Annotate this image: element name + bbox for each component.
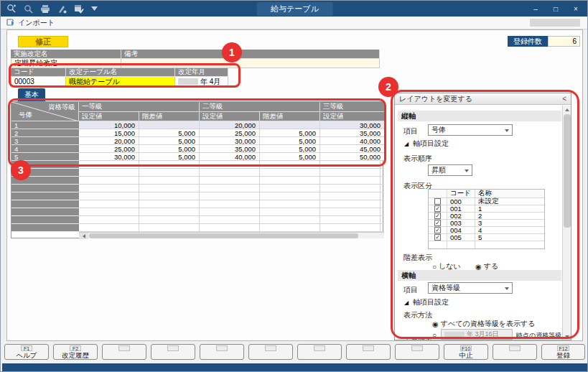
grid-cell[interactable]: 20,000 [200, 121, 260, 129]
radio-show-grades-at-date[interactable]: ○ [432, 331, 437, 339]
grid-cell[interactable]: 40,000 [320, 137, 384, 145]
print-icon[interactable] [40, 4, 50, 14]
grid-cell[interactable]: 45,000 [320, 145, 384, 153]
fkey-label: 登録 [556, 351, 570, 359]
note-cell[interactable] [121, 59, 380, 68]
title-bar: 給与テーブル – □ × [1, 1, 588, 17]
fkey-f10-cancel[interactable]: F10中止 [444, 344, 488, 360]
grid-cell[interactable]: 5,000 [260, 145, 320, 153]
row-header[interactable]: 1 [11, 121, 79, 129]
fkey-key: F12 [557, 345, 569, 351]
grid-cell[interactable]: 25,000 [79, 145, 139, 153]
fkey-key [314, 345, 325, 351]
checkbox[interactable]: ✓ [434, 227, 441, 233]
layout-panel-header: レイアウトを変更する < [395, 93, 571, 105]
row-header[interactable]: 2 [11, 129, 79, 137]
import-toolbar: インポート [1, 17, 588, 29]
import-button[interactable]: インポート [6, 18, 55, 28]
checkbox[interactable]: ✓ [434, 205, 441, 212]
pen-icon[interactable] [57, 4, 67, 14]
check-column-header [429, 190, 447, 197]
fkey-key [509, 345, 521, 351]
category-row: 000 未設定 [429, 198, 544, 205]
checkbox[interactable]: ✓ [434, 234, 441, 241]
collapse-panel-icon[interactable]: < [562, 95, 566, 103]
revision-date-cell[interactable]: 年 4月 [174, 77, 228, 87]
grid-cell[interactable]: 5,000 [139, 153, 200, 161]
grid-scrollbar-thumb[interactable] [89, 233, 358, 238]
grid-cell[interactable]: 50,000 [320, 153, 384, 161]
fkey-f2-revision-history[interactable]: F2改定履歴 [53, 344, 98, 360]
grid-cell[interactable]: 35,000 [320, 129, 384, 137]
scroll-left-button[interactable] [79, 233, 88, 239]
app-check-icon[interactable] [74, 4, 84, 14]
zoom-in-icon[interactable] [6, 4, 17, 14]
grid-cell[interactable]: 30,000 [200, 137, 260, 145]
grid-cell[interactable]: 5,000 [139, 145, 200, 153]
code-header: コード [11, 68, 66, 77]
search-icon[interactable] [24, 4, 33, 14]
table-name-cell[interactable]: 職能給テーブル [65, 77, 175, 87]
category-code: 004 [447, 227, 475, 233]
checkbox[interactable]: ✓ [434, 220, 441, 226]
radio-show-all-grades[interactable]: ◉ すべての資格等級を表示する [432, 319, 535, 329]
horizontal-item-dropdown[interactable]: 資格等級 [428, 282, 513, 294]
grid-cell[interactable]: 20,000 [79, 137, 139, 145]
category-code: 003 [447, 220, 475, 226]
display-order-dropdown[interactable]: 昇順 [428, 164, 472, 176]
scroll-down-button[interactable] [563, 333, 571, 340]
category-row: ✓ 005 5 [429, 234, 544, 241]
vertical-item-dropdown[interactable]: 号俸 [428, 124, 513, 136]
grid-cell[interactable]: 5,000 [260, 129, 320, 137]
minimize-button[interactable]: – [527, 3, 544, 14]
category-name: 5 [475, 234, 544, 241]
fkey-f6-empty [248, 344, 293, 360]
grid-cell[interactable]: 5,000 [260, 153, 320, 161]
grid-cell[interactable] [139, 121, 200, 129]
close-button[interactable]: × [567, 3, 584, 14]
grid-cell[interactable]: 5,000 [139, 137, 200, 145]
group-header-1: 一等級 [79, 102, 200, 112]
row-header[interactable]: 4 [11, 145, 79, 153]
diff-display-label: 階差表示 [403, 253, 432, 263]
row-header[interactable]: 3 [11, 137, 79, 145]
expander-icon[interactable]: ◢ [404, 299, 409, 306]
panel-scrollbar-thumb[interactable] [564, 114, 571, 228]
grid-cell[interactable]: 5,000 [139, 129, 200, 137]
window-controls: – □ × [527, 1, 584, 17]
radio-on-icon: ◉ [475, 263, 482, 271]
grid-cell[interactable]: 30,000 [79, 153, 139, 161]
expander-icon[interactable]: ◢ [404, 141, 409, 147]
panel-vertical-scrollbar[interactable] [562, 106, 571, 340]
grid-cell[interactable]: 5,000 [260, 137, 320, 145]
code-column-header: コード [447, 190, 475, 197]
date-input-disabled: 年 3月16日 [441, 329, 513, 340]
fkey-f4-empty [151, 344, 195, 360]
grid-cell[interactable] [260, 121, 320, 129]
code-cell[interactable]: 00003 [11, 77, 66, 87]
salary-grid: 資格等級 号俸 一等級 二等級 三等級 設定値 階差値 設定値 階差値 設定値 … [11, 101, 383, 238]
fkey-label: 中止 [459, 351, 473, 359]
axis-item-settings-label[interactable]: 軸項目設定 [413, 297, 449, 307]
fkey-f1-help[interactable]: F1ヘルプ [4, 344, 49, 360]
scroll-up-button[interactable] [563, 106, 571, 113]
checkbox[interactable] [434, 198, 441, 205]
item-label: 項目 [403, 126, 418, 136]
fkey-key [265, 345, 276, 351]
grid-cell[interactable]: 10,000 [79, 121, 139, 129]
toolbar-dropdown-icon[interactable] [91, 6, 98, 11]
axis-item-settings-label[interactable]: 軸項目設定 [413, 139, 449, 149]
fkey-key: F2 [70, 345, 81, 351]
grid-cell[interactable]: 15,000 [79, 129, 139, 137]
fkey-f12-register[interactable]: F12登録 [541, 344, 585, 360]
grid-horizontal-scrollbar[interactable] [79, 232, 384, 238]
grid-cell[interactable]: 30,000 [320, 121, 384, 129]
tab-basic[interactable]: 基本 [18, 88, 45, 101]
grid-cell[interactable]: 25,000 [200, 129, 260, 137]
checkbox[interactable]: ✓ [434, 213, 441, 219]
grid-cell[interactable]: 40,000 [200, 153, 260, 161]
revision-date-header: 改定年月 [175, 68, 228, 77]
fkey-key [216, 345, 228, 351]
maximize-button[interactable]: □ [547, 3, 564, 14]
grid-cell[interactable]: 35,000 [200, 145, 260, 153]
